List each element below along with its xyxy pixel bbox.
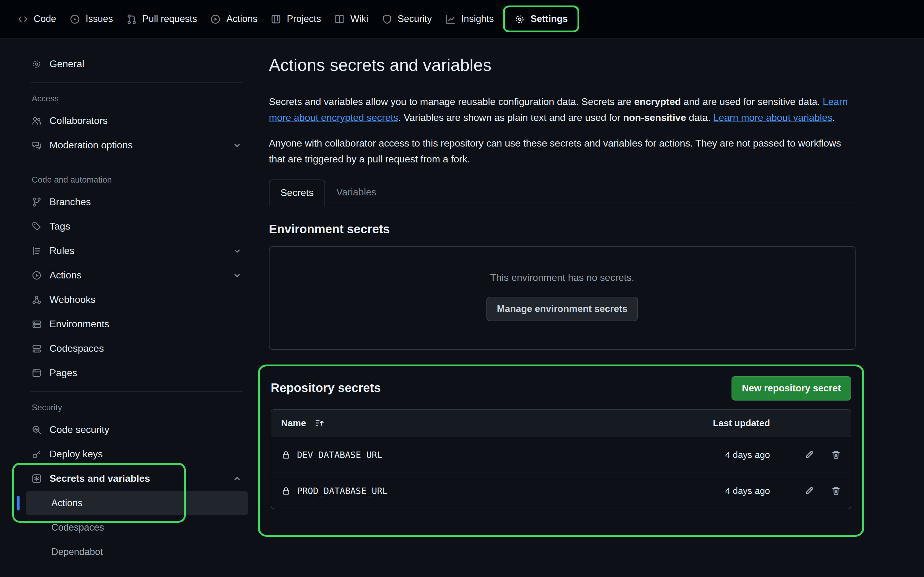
sidebar-item-label: Actions — [50, 270, 82, 281]
repository-secrets-header-row: Repository secrets New repository secret — [271, 376, 851, 401]
rules-icon — [32, 246, 42, 256]
sidebar-item-webhooks[interactable]: Webhooks — [17, 288, 248, 312]
sidebar-item-label: Deploy keys — [50, 449, 103, 460]
nav-tab-actions[interactable]: Actions — [204, 9, 264, 29]
lock-icon — [281, 486, 291, 496]
code-icon — [18, 14, 28, 24]
sidebar-item-general[interactable]: General — [17, 52, 248, 76]
collaborator-access-note: Anyone with collaborator access to this … — [269, 135, 856, 167]
sidebar-item-collaborators[interactable]: Collaborators — [17, 109, 248, 133]
secret-row-prod-database-url: PROD_DATABASE_URL 4 days ago — [271, 472, 851, 509]
browser-icon — [32, 368, 42, 378]
nav-tab-wiki[interactable]: Wiki — [328, 9, 375, 29]
sidebar-subitem-actions[interactable]: Actions — [26, 491, 248, 515]
link-learn-more-variables[interactable]: Learn more about variables — [713, 112, 832, 123]
sidebar-item-environments[interactable]: Environments — [17, 312, 248, 337]
edit-secret-button[interactable] — [804, 486, 814, 496]
new-repository-secret-button[interactable]: New repository secret — [732, 376, 851, 401]
column-header-name-cell: Name — [281, 418, 678, 428]
sidebar-item-actions[interactable]: Actions — [17, 263, 248, 288]
book-icon — [334, 14, 345, 24]
sidebar-item-deploy-keys[interactable]: Deploy keys — [17, 442, 248, 466]
secret-name: PROD_DATABASE_URL — [297, 486, 388, 496]
nav-tab-issues[interactable]: Issues — [63, 9, 120, 29]
sidebar-item-label: Branches — [50, 197, 91, 208]
nav-tab-label: Projects — [287, 13, 321, 24]
tab-secrets[interactable]: Secrets — [269, 179, 325, 206]
divider — [31, 392, 243, 392]
gear-icon — [32, 59, 42, 69]
sidebar-subitem-label: Codespaces — [51, 522, 104, 533]
nav-tab-insights[interactable]: Insights — [438, 9, 501, 29]
sidebar-item-tags[interactable]: Tags — [17, 214, 248, 239]
sidebar-subitem-dependabot[interactable]: Dependabot — [26, 540, 248, 564]
sidebar-item-rules[interactable]: Rules — [17, 239, 248, 263]
nav-tab-projects[interactable]: Projects — [264, 9, 328, 29]
sidebar-item-label: Secrets and variables — [50, 473, 150, 484]
comment-discussion-icon — [32, 140, 42, 150]
edit-secret-button[interactable] — [804, 450, 814, 460]
git-pull-request-icon — [126, 14, 137, 24]
intro-bold-encrypted: encrypted — [634, 97, 681, 107]
tab-variables[interactable]: Variables — [325, 179, 388, 205]
shield-icon — [382, 14, 392, 24]
sidebar-item-label: Tags — [50, 221, 70, 232]
sidebar-item-code-security[interactable]: Code security — [17, 417, 248, 442]
intro-paragraph: Secrets and variables allow you to manag… — [269, 94, 856, 126]
secret-row-dev-database-url: DEV_DATABASE_URL 4 days ago — [271, 437, 851, 472]
intro-bold-non-sensitive: non-sensitive — [623, 112, 686, 123]
github-settings-page: Code Issues Pull requests Actions Projec… — [0, 0, 924, 577]
sidebar-item-pages[interactable]: Pages — [17, 361, 248, 385]
repository-secrets-heading: Repository secrets — [271, 381, 381, 395]
sidebar-item-codespaces[interactable]: Codespaces — [17, 337, 248, 361]
delete-secret-button[interactable] — [831, 450, 841, 460]
environment-secrets-empty-state: This environment has no secrets. Manage … — [269, 246, 856, 350]
nav-tab-security[interactable]: Security — [375, 9, 438, 29]
sidebar-subitem-label: Actions — [51, 498, 82, 509]
trash-icon — [831, 450, 841, 460]
secret-last-updated: 4 days ago — [678, 486, 770, 496]
intro-text: and are used for sensitive data. — [681, 97, 822, 107]
nav-tab-label: Actions — [226, 13, 258, 24]
sidebar-item-secrets-and-variables[interactable]: Secrets and variables — [17, 466, 248, 491]
environment-secrets-heading: Environment secrets — [269, 222, 856, 236]
nav-tab-settings[interactable]: Settings — [508, 9, 574, 29]
codescan-icon — [32, 425, 42, 435]
table-header-row: Name Last updated — [271, 410, 851, 437]
sidebar-item-label: Webhooks — [50, 294, 95, 305]
sidebar-subitem-codespaces[interactable]: Codespaces — [26, 515, 248, 540]
secret-icon — [32, 474, 42, 484]
trash-icon — [831, 486, 841, 496]
manage-environment-secrets-button[interactable]: Manage environment secrets — [486, 297, 638, 321]
sidebar-item-branches[interactable]: Branches — [17, 190, 248, 214]
sidebar-item-label: Code security — [50, 424, 109, 435]
secrets-variables-tabs: Secrets Variables — [269, 179, 856, 206]
play-icon — [210, 14, 221, 24]
repository-secrets-section: Repository secrets New repository secret… — [258, 364, 864, 537]
tag-icon — [32, 222, 42, 231]
pencil-icon — [804, 450, 814, 460]
nav-tab-label: Security — [397, 13, 432, 24]
column-header-last-updated: Last updated — [678, 418, 770, 428]
nav-tab-code[interactable]: Code — [11, 9, 63, 29]
nav-tab-label: Code — [34, 13, 56, 24]
sidebar-item-moderation-options[interactable]: Moderation options — [17, 133, 248, 158]
graph-icon — [445, 14, 456, 24]
sort-ascending-icon[interactable] — [315, 418, 325, 428]
gear-icon — [515, 14, 525, 24]
git-branch-icon — [32, 197, 42, 207]
issue-opened-icon — [69, 14, 80, 24]
play-icon — [32, 271, 42, 280]
intro-text: data. — [686, 112, 713, 123]
pencil-icon — [804, 486, 814, 496]
delete-secret-button[interactable] — [831, 486, 841, 496]
codespaces-icon — [32, 344, 42, 353]
repo-nav-bar: Code Issues Pull requests Actions Projec… — [0, 0, 924, 39]
divider — [31, 164, 243, 164]
nav-tab-pull-requests[interactable]: Pull requests — [120, 9, 204, 29]
sidebar-item-label: Codespaces — [50, 343, 104, 354]
nav-tab-label: Wiki — [351, 13, 368, 24]
sidebar-item-label: Pages — [50, 367, 77, 379]
sidebar-item-label: Moderation options — [50, 140, 132, 151]
intro-text: . Variables are shown as plain text and … — [398, 112, 623, 123]
